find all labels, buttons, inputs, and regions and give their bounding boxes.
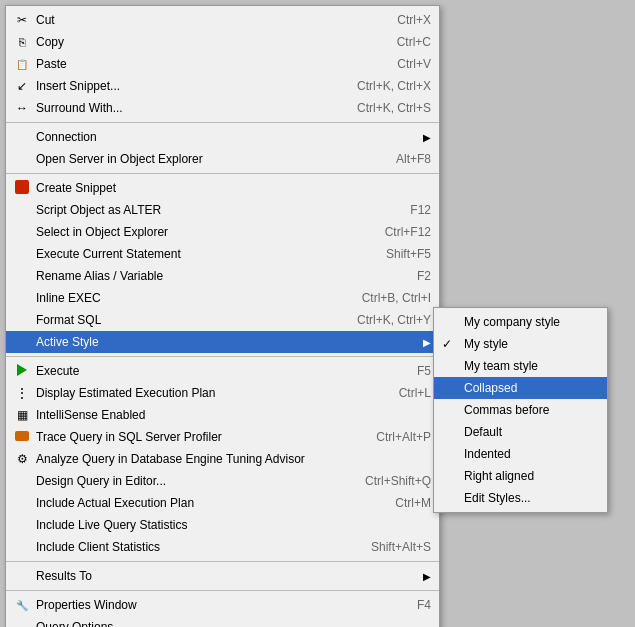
properties-shortcut: F4	[311, 598, 431, 612]
rename-alias-shortcut: F2	[311, 269, 431, 283]
menu-item-properties[interactable]: Properties Window F4	[6, 594, 439, 616]
menu-item-include-client[interactable]: Include Client Statistics Shift+Alt+S	[6, 536, 439, 558]
copy-shortcut: Ctrl+C	[311, 35, 431, 49]
menu-item-paste[interactable]: Paste Ctrl+V	[6, 53, 439, 75]
execute-label: Execute	[36, 364, 311, 378]
my-style-check-icon: ✓	[442, 337, 452, 351]
collapsed-label: Collapsed	[464, 381, 517, 395]
design-query-label: Design Query in Editor...	[36, 474, 311, 488]
menu-item-surround-with[interactable]: Surround With... Ctrl+K, Ctrl+S	[6, 97, 439, 119]
copy-label: Copy	[36, 35, 311, 49]
open-server-shortcut: Alt+F8	[311, 152, 431, 166]
menu-item-active-style[interactable]: Active Style ▶	[6, 331, 439, 353]
submenu-item-edit-styles[interactable]: Edit Styles...	[434, 487, 607, 509]
execute-current-shortcut: Shift+F5	[311, 247, 431, 261]
select-object-shortcut: Ctrl+F12	[311, 225, 431, 239]
menu-item-design-query[interactable]: Design Query in Editor... Ctrl+Shift+Q	[6, 470, 439, 492]
submenu-item-right-aligned[interactable]: Right aligned	[434, 465, 607, 487]
connection-arrow-icon: ▶	[423, 132, 431, 143]
menu-item-intellisense[interactable]: IntelliSense Enabled	[6, 404, 439, 426]
separator-4	[6, 561, 439, 562]
menu-item-create-snippet[interactable]: Create Snippet	[6, 177, 439, 199]
include-actual-shortcut: Ctrl+M	[311, 496, 431, 510]
submenu-item-my-style[interactable]: ✓ My style	[434, 333, 607, 355]
separator-1	[6, 122, 439, 123]
my-company-style-label: My company style	[464, 315, 560, 329]
separator-2	[6, 173, 439, 174]
execute-shortcut: F5	[311, 364, 431, 378]
open-server-label: Open Server in Object Explorer	[36, 152, 311, 166]
display-plan-label: Display Estimated Execution Plan	[36, 386, 311, 400]
edit-styles-label: Edit Styles...	[464, 491, 531, 505]
execute-icon	[12, 364, 32, 378]
separator-3	[6, 356, 439, 357]
copy-icon	[12, 36, 32, 48]
display-plan-shortcut: Ctrl+L	[311, 386, 431, 400]
menu-item-format-sql[interactable]: Format SQL Ctrl+K, Ctrl+Y	[6, 309, 439, 331]
menu-item-script-object[interactable]: Script Object as ALTER F12	[6, 199, 439, 221]
menu-item-insert-snippet[interactable]: Insert Snippet... Ctrl+K, Ctrl+X	[6, 75, 439, 97]
properties-icon	[12, 599, 32, 611]
connection-label: Connection	[36, 130, 418, 144]
insert-snippet-label: Insert Snippet...	[36, 79, 311, 93]
inline-exec-shortcut: Ctrl+B, Ctrl+I	[311, 291, 431, 305]
results-to-label: Results To	[36, 569, 418, 583]
execute-current-label: Execute Current Statement	[36, 247, 311, 261]
scissors-icon	[12, 13, 32, 27]
menu-item-open-server[interactable]: Open Server in Object Explorer Alt+F8	[6, 148, 439, 170]
intellisense-label: IntelliSense Enabled	[36, 408, 431, 422]
submenu-item-default[interactable]: Default	[434, 421, 607, 443]
menu-item-analyze-query[interactable]: Analyze Query in Database Engine Tuning …	[6, 448, 439, 470]
analyze-icon	[12, 452, 32, 466]
menu-item-results-to[interactable]: Results To ▶	[6, 565, 439, 587]
create-snippet-icon	[12, 180, 32, 196]
properties-label: Properties Window	[36, 598, 311, 612]
context-menu: Cut Ctrl+X Copy Ctrl+C Paste Ctrl+V Inse…	[5, 5, 440, 627]
menu-item-select-object[interactable]: Select in Object Explorer Ctrl+F12	[6, 221, 439, 243]
indented-label: Indented	[464, 447, 511, 461]
menu-item-execute-current[interactable]: Execute Current Statement Shift+F5	[6, 243, 439, 265]
paste-shortcut: Ctrl+V	[311, 57, 431, 71]
cut-shortcut: Ctrl+X	[311, 13, 431, 27]
insert-snippet-shortcut: Ctrl+K, Ctrl+X	[311, 79, 431, 93]
my-style-label: My style	[464, 337, 508, 351]
menu-item-execute[interactable]: Execute F5	[6, 360, 439, 382]
menu-item-copy[interactable]: Copy Ctrl+C	[6, 31, 439, 53]
menu-item-inline-exec[interactable]: Inline EXEC Ctrl+B, Ctrl+I	[6, 287, 439, 309]
format-sql-label: Format SQL	[36, 313, 311, 327]
menu-item-query-options[interactable]: Query Options...	[6, 616, 439, 627]
my-team-style-label: My team style	[464, 359, 538, 373]
include-live-label: Include Live Query Statistics	[36, 518, 431, 532]
select-object-label: Select in Object Explorer	[36, 225, 311, 239]
include-client-label: Include Client Statistics	[36, 540, 311, 554]
paste-icon	[12, 58, 32, 70]
submenu-item-collapsed[interactable]: Collapsed	[434, 377, 607, 399]
script-object-shortcut: F12	[311, 203, 431, 217]
trace-icon	[12, 431, 32, 443]
insert-snippet-icon	[12, 79, 32, 93]
submenu-item-my-team-style[interactable]: My team style	[434, 355, 607, 377]
menu-item-rename-alias[interactable]: Rename Alias / Variable F2	[6, 265, 439, 287]
menu-item-include-live[interactable]: Include Live Query Statistics	[6, 514, 439, 536]
include-actual-label: Include Actual Execution Plan	[36, 496, 311, 510]
format-sql-shortcut: Ctrl+K, Ctrl+Y	[311, 313, 431, 327]
rename-alias-label: Rename Alias / Variable	[36, 269, 311, 283]
menu-item-cut[interactable]: Cut Ctrl+X	[6, 9, 439, 31]
submenu-item-commas-before[interactable]: Commas before	[434, 399, 607, 421]
include-client-shortcut: Shift+Alt+S	[311, 540, 431, 554]
menu-item-trace-query[interactable]: Trace Query in SQL Server Profiler Ctrl+…	[6, 426, 439, 448]
surround-label: Surround With...	[36, 101, 311, 115]
results-to-arrow-icon: ▶	[423, 571, 431, 582]
script-object-label: Script Object as ALTER	[36, 203, 311, 217]
trace-shortcut: Ctrl+Alt+P	[311, 430, 431, 444]
menu-item-display-plan[interactable]: Display Estimated Execution Plan Ctrl+L	[6, 382, 439, 404]
submenu-item-indented[interactable]: Indented	[434, 443, 607, 465]
query-options-label: Query Options...	[36, 620, 431, 627]
menu-item-include-actual[interactable]: Include Actual Execution Plan Ctrl+M	[6, 492, 439, 514]
create-snippet-label: Create Snippet	[36, 181, 431, 195]
cut-label: Cut	[36, 13, 311, 27]
trace-label: Trace Query in SQL Server Profiler	[36, 430, 311, 444]
design-query-shortcut: Ctrl+Shift+Q	[311, 474, 431, 488]
menu-item-connection[interactable]: Connection ▶	[6, 126, 439, 148]
submenu-item-my-company-style[interactable]: My company style	[434, 311, 607, 333]
